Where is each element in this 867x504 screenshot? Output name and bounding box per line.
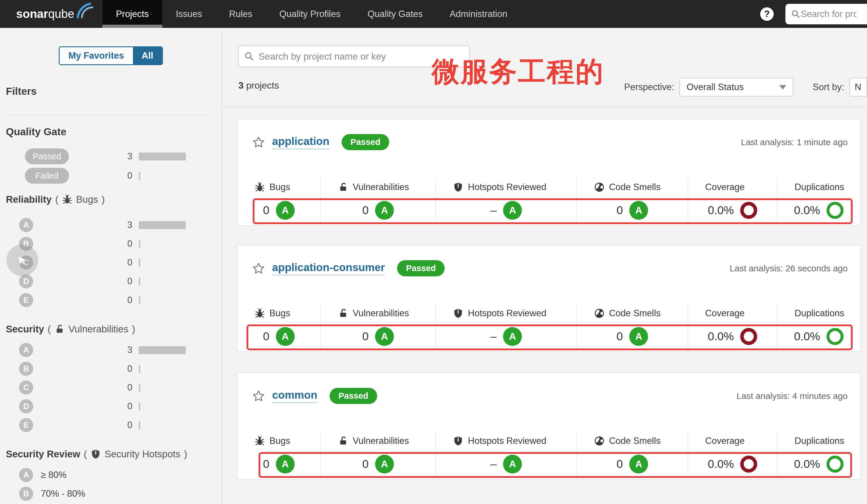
filters-title: Filters: [6, 85, 37, 97]
nav-tab-administration[interactable]: Administration: [436, 0, 521, 28]
mouse-cursor-highlight: [7, 244, 38, 276]
nav-tab-rules[interactable]: Rules: [216, 0, 266, 28]
global-search-box[interactable]: [785, 4, 867, 24]
facet-bar: [139, 346, 186, 354]
project-link[interactable]: common: [272, 389, 317, 403]
nav-tab-quality-profiles[interactable]: Quality Profiles: [266, 0, 354, 28]
hotspots-rating-badge: A: [503, 455, 522, 473]
facet-bar: [139, 259, 140, 267]
sort-select[interactable]: N: [849, 78, 867, 97]
vulnerabilities-value[interactable]: 0: [362, 330, 368, 343]
bugs-value[interactable]: 0: [263, 204, 269, 217]
bug-icon: [62, 194, 73, 205]
rating-circle: E: [19, 293, 33, 307]
chevron-down-icon: [779, 85, 786, 89]
facet-security-e[interactable]: E 0: [0, 416, 222, 435]
hotspots-value[interactable]: –: [490, 458, 497, 471]
metric-label-hotspots: Hotspots Reviewed: [468, 308, 546, 319]
facet-security-a[interactable]: A 3: [0, 341, 222, 359]
favorite-star-icon[interactable]: [252, 262, 265, 275]
facet-reliability-d[interactable]: D 0: [0, 272, 222, 291]
metric-label-coverage: Coverage: [705, 308, 745, 319]
vulnerabilities-rating-badge: A: [375, 201, 394, 220]
facet-security-b[interactable]: B 0: [0, 359, 222, 378]
favorite-star-icon[interactable]: [252, 390, 265, 403]
duplications-ring-icon: [826, 328, 844, 345]
metric-label-vulnerabilities: Vulnerabilities: [353, 182, 409, 193]
rating-circle: A: [19, 218, 33, 232]
search-icon: [791, 9, 801, 19]
metrics-row: Bugs 0 A Vulnerabilities 0 A: [237, 304, 860, 350]
facet-reliability-e[interactable]: E 0: [0, 291, 222, 309]
rating-circle: A: [19, 468, 33, 482]
bugs-value[interactable]: 0: [263, 330, 269, 343]
facet-security-c[interactable]: C 0: [0, 378, 222, 397]
shield-icon: [90, 449, 101, 459]
coverage-value[interactable]: 0.0%: [708, 458, 734, 471]
nav-right-group: ?: [760, 0, 867, 28]
metric-label-hotspots: Hotspots Reviewed: [468, 182, 546, 193]
facet-security-review-a[interactable]: A ≥ 80%: [0, 465, 222, 484]
duplications-value[interactable]: 0.0%: [794, 204, 820, 217]
rating-circle: A: [19, 343, 33, 357]
nav-tab-issues[interactable]: Issues: [162, 0, 216, 28]
bugs-value[interactable]: 0: [263, 458, 269, 471]
vulnerabilities-rating-badge: A: [375, 455, 394, 473]
vulnerabilities-value[interactable]: 0: [362, 204, 368, 217]
rating-circle: D: [19, 399, 33, 413]
vulnerabilities-value[interactable]: 0: [362, 458, 368, 471]
facet-quality-gate-passed[interactable]: Passed 3: [0, 147, 222, 166]
duplications-ring-icon: [826, 202, 844, 219]
nav-tab-projects[interactable]: Projects: [103, 0, 162, 28]
rating-circle: E: [19, 418, 33, 432]
facet-security-d[interactable]: D 0: [0, 397, 222, 416]
duplications-ring-icon: [826, 456, 844, 473]
facet-reliability-a[interactable]: A 3: [0, 216, 222, 234]
coverage-ring-icon: [740, 202, 757, 219]
facet-bar: [139, 277, 140, 285]
metrics-row: Bugs 0 A Vulnerabilities 0 A: [237, 432, 860, 477]
duplications-value[interactable]: 0.0%: [794, 330, 820, 343]
coverage-ring-icon: [740, 328, 757, 345]
metric-label-vulnerabilities: Vulnerabilities: [353, 436, 409, 446]
nav-tab-quality-gates[interactable]: Quality Gates: [354, 0, 436, 28]
code-smells-rating-badge: A: [629, 455, 648, 473]
open-lock-icon: [54, 324, 65, 335]
all-projects-button[interactable]: All: [133, 47, 162, 64]
bugs-rating-badge: A: [276, 455, 295, 473]
shield-icon: [453, 182, 463, 193]
last-analysis-text: Last analysis: 4 minutes ago: [736, 391, 848, 401]
code-smells-rating-badge: A: [629, 201, 648, 220]
metric-label-code-smells: Code Smells: [609, 308, 661, 319]
coverage-value[interactable]: 0.0%: [708, 204, 734, 217]
metric-label-bugs: Bugs: [269, 308, 290, 319]
metric-label-duplications: Duplications: [794, 182, 844, 193]
code-smells-value[interactable]: 0: [616, 204, 623, 217]
my-favorites-button[interactable]: My Favorites: [60, 47, 133, 64]
sonarqube-logo[interactable]: sonarqube: [0, 0, 103, 28]
logo-text-qube: qube: [48, 7, 74, 21]
facet-bar: [139, 384, 140, 392]
open-lock-icon: [338, 182, 349, 193]
help-icon[interactable]: ?: [760, 7, 774, 21]
hotspots-value[interactable]: –: [490, 204, 497, 217]
failed-pill: Failed: [25, 168, 69, 184]
facet-security-review-b[interactable]: B 70% - 80%: [0, 484, 222, 503]
passed-pill: Passed: [25, 149, 69, 164]
projects-main: 微服务工程的 3 projects Perspective: Overall S…: [223, 28, 867, 504]
code-smells-value[interactable]: 0: [616, 458, 623, 471]
favorite-star-icon[interactable]: [252, 136, 265, 149]
hotspots-value[interactable]: –: [490, 330, 497, 343]
metric-label-hotspots: Hotspots Reviewed: [468, 436, 546, 446]
facet-quality-gate-failed[interactable]: Failed 0: [0, 166, 222, 185]
projects-count: 3 projects: [238, 80, 279, 91]
duplications-value[interactable]: 0.0%: [794, 458, 820, 471]
project-link[interactable]: application: [272, 135, 329, 149]
project-link[interactable]: application-consumer: [272, 261, 385, 275]
security-review-title: Security Review ( Security Hotspots ): [6, 449, 187, 460]
code-smells-value[interactable]: 0: [616, 330, 623, 343]
metric-label-coverage: Coverage: [705, 436, 745, 446]
perspective-select[interactable]: Overall Status: [679, 78, 793, 97]
global-search-input[interactable]: [801, 9, 856, 19]
coverage-value[interactable]: 0.0%: [708, 330, 734, 343]
